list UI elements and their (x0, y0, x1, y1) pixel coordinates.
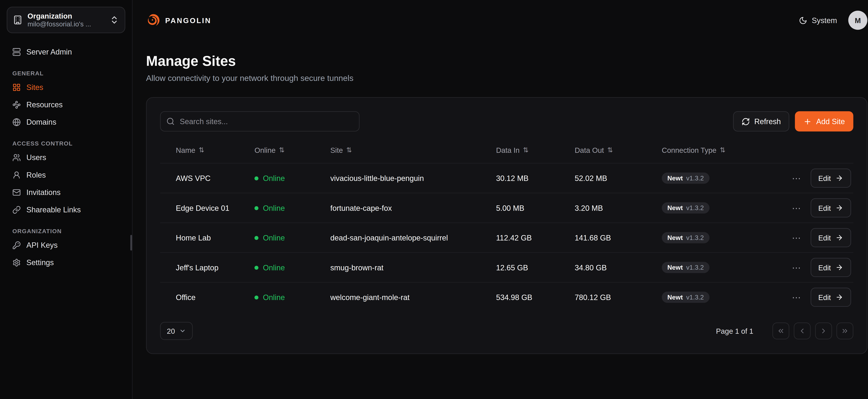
site-tunnel-name: welcome-giant-mole-rat (330, 293, 496, 302)
connection-name: Newt (667, 175, 683, 181)
theme-toggle-button[interactable]: System (799, 16, 837, 25)
arrow-right-icon (835, 293, 843, 301)
edit-button[interactable]: Edit (810, 228, 851, 247)
online-dot-icon (254, 266, 258, 270)
column-label: Data Out (575, 146, 604, 154)
site-status: Online (254, 263, 330, 272)
sidebar-item-settings[interactable]: Settings (7, 254, 125, 271)
column-header-connection-type[interactable]: Connection Type⇅ (662, 146, 853, 154)
first-page-button[interactable] (773, 323, 789, 339)
edit-button[interactable]: Edit (810, 258, 851, 277)
row-menu-button[interactable]: ⋯ (792, 203, 801, 213)
online-dot-icon (254, 295, 258, 299)
row-menu-button[interactable]: ⋯ (792, 232, 801, 243)
next-page-button[interactable] (815, 323, 832, 339)
data-in-value: 534.98 GB (496, 293, 575, 302)
edit-label: Edit (818, 204, 831, 212)
last-page-button[interactable] (836, 323, 853, 339)
add-site-button[interactable]: Add Site (795, 111, 854, 131)
prev-page-button[interactable] (794, 323, 810, 339)
edit-button[interactable]: Edit (810, 198, 851, 217)
page-size-select[interactable]: 20 (160, 322, 193, 340)
column-header-site[interactable]: Site⇅ (330, 146, 496, 154)
org-selector[interactable]: Organization milo@fossorial.io's ... (7, 7, 125, 33)
column-label: Name (176, 146, 195, 154)
sidebar-item-invitations[interactable]: Invitations (7, 184, 125, 201)
search-input[interactable] (160, 111, 360, 131)
sidebar-item-label: Resources (26, 100, 63, 109)
chevrons-up-down-icon (110, 15, 119, 25)
data-out-value: 52.02 MB (575, 174, 662, 183)
add-site-label: Add Site (816, 117, 845, 126)
column-header-online[interactable]: Online⇅ (254, 146, 330, 154)
org-selector-text: Organization milo@fossorial.io's ... (28, 12, 104, 28)
column-header-data-in[interactable]: Data In⇅ (496, 146, 575, 154)
connection-version: v1.3.2 (686, 205, 704, 211)
arrow-right-icon (835, 174, 843, 182)
row-menu-button[interactable]: ⋯ (792, 292, 801, 303)
main-area: PANGOLIN System M Manage Sites Allow con… (133, 0, 868, 399)
data-out-value: 141.68 GB (575, 234, 662, 242)
sort-icon: ⇅ (199, 146, 205, 154)
arrow-right-icon (835, 204, 843, 212)
table-row: Edge Device 01 Online fortunate-cape-fox… (160, 193, 853, 223)
sidebar-item-resources[interactable]: Resources (7, 96, 125, 113)
sidebar-item-users[interactable]: Users (7, 149, 125, 166)
chevron-right-icon (819, 327, 827, 335)
table-row: Jeff's Laptop Online smug-brown-rat 12.6… (160, 252, 853, 282)
sidebar-scrollbar[interactable] (130, 235, 132, 251)
column-header-name[interactable]: Name⇅ (176, 146, 254, 154)
connection-badge: Newtv1.3.2 (662, 173, 709, 184)
sidebar-item-api-keys[interactable]: API Keys (7, 237, 125, 254)
page-subtitle: Allow connectivity to your network throu… (146, 73, 867, 83)
waypoints-icon (12, 100, 21, 109)
connection-type-cell: Newtv1.3.2 (662, 173, 792, 184)
refresh-icon (741, 117, 750, 126)
row-actions: ⋯ Edit (792, 228, 853, 247)
chevron-down-icon (180, 328, 186, 334)
data-in-value: 12.65 GB (496, 263, 575, 272)
server-icon (12, 48, 21, 56)
site-name: AWS VPC (176, 174, 254, 183)
site-tunnel-name: smug-brown-rat (330, 263, 496, 272)
users-icon (12, 153, 21, 162)
sort-icon: ⇅ (279, 146, 285, 154)
edit-button[interactable]: Edit (810, 288, 851, 307)
top-bar-right: System M (799, 10, 867, 30)
sidebar-item-domains[interactable]: Domains (7, 114, 125, 131)
user-avatar[interactable]: M (848, 10, 867, 30)
site-status: Online (254, 293, 330, 302)
online-label: Online (263, 263, 285, 272)
row-actions: ⋯ Edit (792, 168, 853, 188)
row-actions: ⋯ Edit (792, 198, 853, 217)
online-label: Online (263, 293, 285, 302)
sites-grid-icon (12, 83, 21, 92)
sidebar-item-shareable-links[interactable]: Shareable Links (7, 201, 125, 218)
column-label: Data In (496, 146, 520, 154)
key-icon (12, 241, 21, 249)
page-info: Page 1 of 1 (716, 327, 753, 335)
site-status: Online (254, 174, 330, 183)
connection-version: v1.3.2 (686, 294, 704, 301)
connection-badge: Newtv1.3.2 (662, 232, 709, 243)
sidebar-item-label: Sites (26, 83, 43, 92)
page-size-value: 20 (167, 327, 175, 335)
sidebar-item-roles[interactable]: Roles (7, 166, 125, 184)
sidebar-item-sites[interactable]: Sites (7, 79, 125, 96)
sidebar-item-label: Invitations (26, 188, 61, 197)
sidebar-item-label: Users (26, 153, 46, 162)
connection-name: Newt (667, 234, 683, 241)
site-name: Jeff's Laptop (176, 263, 254, 272)
sidebar-item-server-admin[interactable]: Server Admin (7, 43, 125, 61)
section-label-access-control: ACCESS CONTROL (7, 140, 125, 147)
edit-button[interactable]: Edit (810, 168, 851, 188)
connection-badge: Newtv1.3.2 (662, 202, 709, 214)
brand-name: PANGOLIN (165, 16, 211, 25)
refresh-button[interactable]: Refresh (733, 111, 789, 131)
column-header-data-out[interactable]: Data Out⇅ (575, 146, 662, 154)
row-menu-button[interactable]: ⋯ (792, 262, 801, 273)
globe-icon (12, 118, 21, 127)
row-menu-button[interactable]: ⋯ (792, 173, 801, 183)
edit-label: Edit (818, 293, 831, 302)
chevron-left-icon (798, 327, 806, 335)
